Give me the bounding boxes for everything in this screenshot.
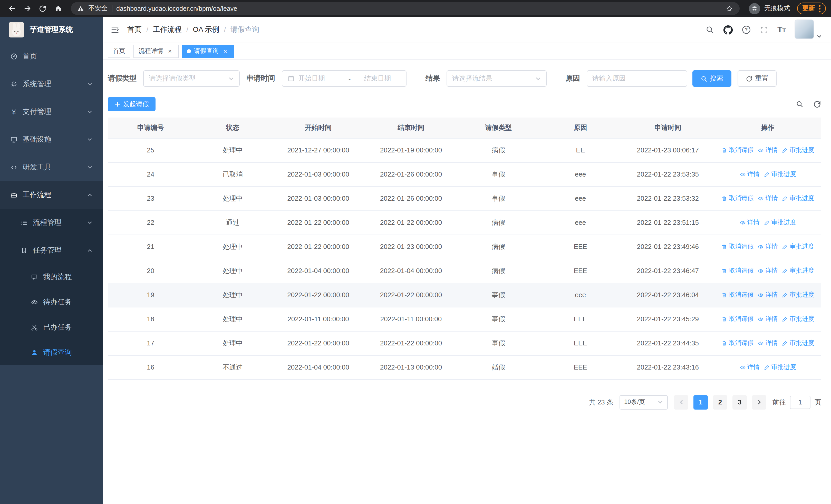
tab-label: 请假查询: [194, 47, 219, 55]
detail-link[interactable]: 详情: [757, 315, 778, 323]
detail-link[interactable]: 详情: [739, 170, 760, 179]
chevron-up-icon: [87, 248, 92, 253]
eye-icon: [757, 268, 764, 274]
cell-status: 已取消: [194, 162, 272, 186]
cancel-leave-link[interactable]: 取消请假: [721, 242, 753, 251]
cell-actions: 取消请假详情审批进度: [714, 235, 821, 259]
sidebar-item-todo-tasks[interactable]: 待办任务: [0, 290, 103, 315]
close-icon[interactable]: ×: [222, 48, 229, 55]
approval-progress-link[interactable]: 审批进度: [782, 242, 814, 251]
detail-link[interactable]: 详情: [739, 363, 760, 372]
leave-type-select[interactable]: 请选择请假类型: [143, 70, 240, 87]
detail-link[interactable]: 详情: [757, 242, 778, 251]
sidebar-item-label: 支付管理: [23, 107, 82, 117]
sidebar-item-payment[interactable]: ¥ 支付管理: [0, 98, 103, 126]
screen: 不安全 dashboard.yudao.iocoder.cn/bpm/oa/le…: [0, 0, 831, 504]
sidebar-item-home[interactable]: 首页: [0, 42, 103, 70]
create-leave-button[interactable]: 发起请假: [108, 97, 155, 111]
approval-progress-link[interactable]: 审批进度: [764, 363, 796, 372]
detail-link[interactable]: 详情: [757, 339, 778, 348]
prev-page-button[interactable]: [674, 395, 688, 409]
cancel-leave-link[interactable]: 取消请假: [721, 194, 753, 203]
approval-progress-link[interactable]: 审批进度: [782, 194, 814, 203]
github-link[interactable]: [723, 25, 733, 35]
cancel-leave-link[interactable]: 取消请假: [721, 146, 753, 154]
tab-leave-query[interactable]: 请假查询 ×: [182, 45, 234, 58]
result-select[interactable]: 请选择流结果: [447, 70, 547, 87]
page-size-select[interactable]: 10条/页: [620, 395, 668, 409]
browser-update-button[interactable]: 更新: [797, 3, 826, 14]
sidebar-item-leave-query[interactable]: 请假查询: [0, 340, 103, 365]
approval-progress-link[interactable]: 审批进度: [782, 146, 814, 154]
sidebar-item-task-mgmt[interactable]: 任务管理: [0, 237, 103, 264]
cell-status: 通过: [194, 210, 272, 235]
refresh-icon[interactable]: [813, 100, 821, 108]
sidebar: 芋道管理系统 首页 系统管理 ¥: [0, 17, 103, 504]
kebab-menu-icon[interactable]: [819, 4, 821, 12]
sidebar-item-system[interactable]: 系统管理: [0, 70, 103, 98]
user-menu[interactable]: [795, 20, 822, 40]
monitor-icon: [10, 136, 18, 143]
page-button-3[interactable]: 3: [733, 395, 747, 409]
sidebar-item-label: 工作流程: [23, 190, 82, 200]
browser-reload-button[interactable]: [36, 2, 49, 15]
approval-progress-link[interactable]: 审批进度: [764, 218, 796, 227]
sidebar-item-my-process[interactable]: 我的流程: [0, 264, 103, 290]
trash-icon: [721, 243, 727, 250]
filter-form: 请假类型 请选择请假类型 申请时间 开始日期 - 结束日期 结果 请选择流: [108, 70, 821, 87]
address-bar[interactable]: 不安全 dashboard.yudao.iocoder.cn/bpm/oa/le…: [71, 2, 740, 15]
approval-progress-link[interactable]: 审批进度: [782, 339, 814, 348]
global-search-button[interactable]: [706, 25, 715, 34]
search-button[interactable]: 搜索: [692, 70, 732, 87]
reason-input[interactable]: 请输入原因: [587, 70, 687, 87]
bookmark-star-icon[interactable]: [725, 4, 734, 12]
approval-progress-link[interactable]: 审批进度: [764, 170, 796, 179]
sidebar-item-devtools[interactable]: 研发工具: [0, 153, 103, 181]
browser-home-button[interactable]: [51, 2, 65, 15]
sidebar-item-workflow[interactable]: 工作流程: [0, 181, 103, 209]
arrow-left-icon: [7, 4, 16, 13]
help-button[interactable]: ?: [742, 25, 751, 34]
page-button-1[interactable]: 1: [693, 395, 708, 409]
cancel-leave-link[interactable]: 取消请假: [721, 266, 753, 275]
breadcrumb-item-oa-example[interactable]: OA 示例: [193, 25, 220, 34]
edit-icon: [764, 364, 770, 370]
toggle-search-icon[interactable]: [796, 100, 804, 108]
app-logo[interactable]: 芋道管理系统: [0, 17, 103, 42]
column-header: 申请编号: [108, 118, 194, 138]
cancel-leave-link[interactable]: 取消请假: [721, 315, 753, 323]
tab-process-detail[interactable]: 流程详情 ×: [134, 45, 179, 58]
eye-icon: [757, 243, 764, 250]
cancel-leave-link[interactable]: 取消请假: [721, 339, 753, 348]
approval-progress-link[interactable]: 审批进度: [782, 291, 814, 299]
sidebar-collapse-button[interactable]: [103, 17, 127, 42]
font-size-button[interactable]: TT: [777, 26, 786, 33]
cell-type: 病假: [457, 138, 540, 162]
close-icon[interactable]: ×: [166, 48, 173, 55]
detail-link[interactable]: 详情: [757, 266, 778, 275]
page-button-2[interactable]: 2: [713, 395, 727, 409]
approval-progress-link[interactable]: 审批进度: [782, 315, 814, 323]
sidebar-item-infra[interactable]: 基础设施: [0, 126, 103, 153]
sidebar-item-process-mgmt[interactable]: 流程管理: [0, 209, 103, 237]
goto-page-input[interactable]: [790, 395, 810, 409]
reset-button[interactable]: 重置: [738, 70, 777, 87]
column-header: 操作: [714, 118, 821, 138]
browser-forward-button[interactable]: [21, 2, 34, 15]
detail-link[interactable]: 详情: [757, 146, 778, 154]
fullscreen-button[interactable]: [760, 25, 769, 34]
cancel-leave-link[interactable]: 取消请假: [721, 291, 753, 299]
breadcrumb-item-home[interactable]: 首页: [127, 25, 142, 34]
detail-link[interactable]: 详情: [739, 218, 760, 227]
breadcrumb-item-workflow[interactable]: 工作流程: [153, 25, 182, 34]
browser-back-button[interactable]: [5, 2, 19, 15]
chevron-down-icon: [228, 76, 234, 81]
approval-progress-link[interactable]: 审批进度: [782, 266, 814, 275]
apply-time-range-picker[interactable]: 开始日期 - 结束日期: [282, 70, 406, 87]
briefcase-icon: [10, 191, 18, 199]
detail-link[interactable]: 详情: [757, 291, 778, 299]
next-page-button[interactable]: [752, 395, 766, 409]
detail-link[interactable]: 详情: [757, 194, 778, 203]
tab-home[interactable]: 首页: [108, 45, 131, 58]
sidebar-item-done-tasks[interactable]: 已办任务: [0, 315, 103, 340]
